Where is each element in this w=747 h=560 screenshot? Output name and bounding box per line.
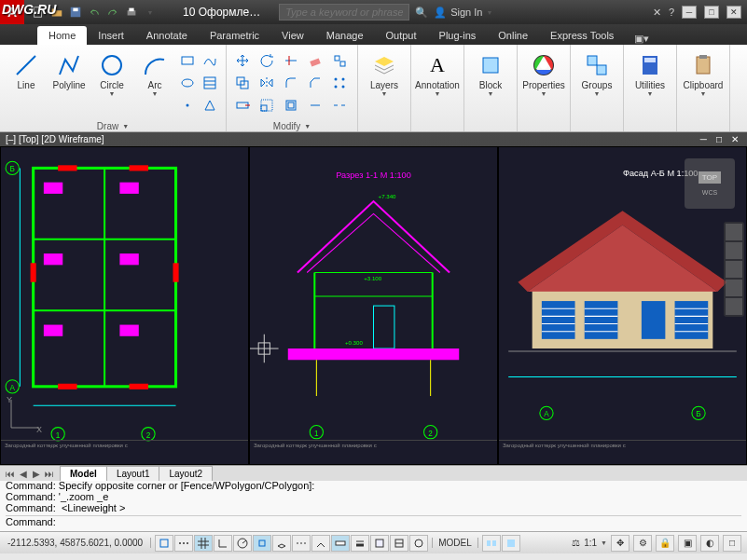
properties-button[interactable]: Properties▼ xyxy=(523,50,564,99)
annovisibility-icon[interactable]: ✥ xyxy=(611,535,629,552)
ribbon-options-icon[interactable]: ▣▾ xyxy=(634,33,649,45)
pan-icon[interactable] xyxy=(726,242,742,259)
viewport-facade[interactable]: Фасад А-Б М 1:100 А xyxy=(498,146,747,465)
quickview-drawings-icon[interactable] xyxy=(502,535,520,552)
tab-parametric[interactable]: Parametric xyxy=(199,26,270,45)
workspace-icon[interactable]: ⚙ xyxy=(633,535,652,552)
qp-icon[interactable] xyxy=(390,535,408,552)
lwt-icon[interactable] xyxy=(351,535,369,552)
coordinates[interactable]: -2112.5393, 45875.6021, 0.0000 xyxy=(0,538,151,548)
spline-icon[interactable] xyxy=(200,50,220,71)
tab-first-icon[interactable]: ⏮ xyxy=(4,469,17,479)
utilities-button[interactable]: Utilities▼ xyxy=(629,50,671,99)
fillet-icon[interactable] xyxy=(281,73,301,93)
viewport-section[interactable]: Разрез 1-1 M 1:100 1 2 xyxy=(249,146,498,465)
zoom-icon[interactable] xyxy=(726,261,742,278)
panel-modify-title[interactable]: Modify ▼ xyxy=(230,119,353,133)
hatch-icon[interactable] xyxy=(200,73,220,93)
toolbar-lock-icon[interactable]: 🔒 xyxy=(656,535,674,552)
circle-button[interactable]: Circle▼ xyxy=(91,50,132,99)
annoscale-value[interactable]: 1:1 xyxy=(584,538,597,548)
print-icon[interactable] xyxy=(123,4,140,20)
minimize-button[interactable]: ─ xyxy=(682,6,697,19)
copy-icon[interactable] xyxy=(232,73,253,93)
region-icon[interactable] xyxy=(200,95,220,116)
ducs-icon[interactable] xyxy=(311,535,330,552)
view-close-icon[interactable]: ✕ xyxy=(728,134,741,144)
rectangle-icon[interactable] xyxy=(177,50,198,71)
infer-constraints-icon[interactable] xyxy=(155,535,173,552)
redo-icon[interactable] xyxy=(104,4,121,20)
annotation-button[interactable]: AAnnotation▼ xyxy=(417,50,458,99)
tab-insert[interactable]: Insert xyxy=(87,26,135,45)
line-button[interactable]: Line xyxy=(6,50,47,92)
tab-view[interactable]: View xyxy=(270,26,315,45)
annoscale-icon[interactable]: ⚖ xyxy=(572,538,580,548)
polyline-button[interactable]: Polyline xyxy=(48,50,90,92)
chamfer-icon[interactable] xyxy=(305,73,325,93)
viewcube[interactable]: TOP WCS xyxy=(685,158,735,209)
sc-icon[interactable] xyxy=(409,535,428,552)
hardware-accel-icon[interactable]: ▣ xyxy=(678,535,697,552)
tab-online[interactable]: Online xyxy=(487,26,539,45)
otrack-icon[interactable] xyxy=(292,535,311,552)
layers-button[interactable]: Layers▼ xyxy=(364,50,405,99)
stretch-icon[interactable] xyxy=(232,95,253,116)
arc-button[interactable]: Arc▼ xyxy=(134,50,175,99)
3dosnap-icon[interactable] xyxy=(272,535,291,552)
command-input[interactable] xyxy=(56,516,741,527)
canvas[interactable]: Б А 1 2 YX Загородный коттедж улучшенной… xyxy=(0,146,747,465)
close-button[interactable]: ✕ xyxy=(726,6,741,19)
tpy-icon[interactable] xyxy=(370,535,389,552)
fullnav-icon[interactable] xyxy=(726,224,742,240)
clipboard-button[interactable]: Clipboard▼ xyxy=(683,50,724,99)
tab-output[interactable]: Output xyxy=(375,26,428,45)
point-icon[interactable] xyxy=(177,95,198,116)
model-space-button[interactable]: MODEL xyxy=(432,538,478,548)
clean-screen-icon[interactable]: □ xyxy=(723,535,741,552)
signin-button[interactable]: 👤 Sign In ▼ xyxy=(434,7,492,19)
offset-icon[interactable] xyxy=(281,95,301,116)
polar-icon[interactable] xyxy=(233,535,252,552)
block-button[interactable]: Block▼ xyxy=(470,50,511,99)
groups-button[interactable]: Groups▼ xyxy=(576,50,617,99)
tab-prev-icon[interactable]: ◀ xyxy=(17,469,30,479)
maximize-button[interactable]: □ xyxy=(704,6,719,19)
rotate-icon[interactable] xyxy=(256,50,277,71)
array-icon[interactable] xyxy=(329,73,350,93)
layout-tab-model[interactable]: Model xyxy=(60,466,107,481)
search-icon[interactable]: 🔍 xyxy=(415,7,428,19)
undo-icon[interactable] xyxy=(86,4,103,20)
view-maximize-icon[interactable]: □ xyxy=(713,134,725,144)
mirror-icon[interactable] xyxy=(256,73,277,93)
grid-icon[interactable] xyxy=(194,535,213,552)
tab-last-icon[interactable]: ⏭ xyxy=(43,469,56,479)
layout-tab-1[interactable]: Layout1 xyxy=(106,466,160,481)
viewport-plan[interactable]: Б А 1 2 YX Загородный коттедж улучшенной… xyxy=(0,146,249,465)
scale-icon[interactable] xyxy=(256,95,277,116)
dyn-icon[interactable] xyxy=(331,535,350,552)
tab-manage[interactable]: Manage xyxy=(315,26,375,45)
tab-express[interactable]: Express Tools xyxy=(539,26,625,45)
break-icon[interactable] xyxy=(329,95,350,116)
tab-next-icon[interactable]: ▶ xyxy=(30,469,43,479)
help-icon[interactable]: ? xyxy=(669,7,674,18)
tab-annotate[interactable]: Annotate xyxy=(135,26,199,45)
ortho-icon[interactable] xyxy=(214,535,232,552)
panel-draw-title[interactable]: Draw ▼ xyxy=(4,119,222,133)
showmotion-icon[interactable] xyxy=(726,298,742,315)
view-label[interactable]: [–] [Top] [2D Wireframe] xyxy=(6,134,104,144)
lengthen-icon[interactable] xyxy=(305,95,325,116)
isolate-icon[interactable]: ◐ xyxy=(700,535,719,552)
qat-dropdown-icon[interactable]: ▼ xyxy=(142,4,159,20)
exchange-icon[interactable]: ✕ xyxy=(653,7,661,19)
tab-plugins[interactable]: Plug-ins xyxy=(428,26,488,45)
snap-icon[interactable] xyxy=(174,535,193,552)
move-icon[interactable] xyxy=(232,50,253,71)
search-input[interactable] xyxy=(279,4,409,20)
tab-home[interactable]: Home xyxy=(37,26,87,45)
trim-icon[interactable] xyxy=(281,50,301,71)
save-icon[interactable] xyxy=(67,4,84,20)
quickview-layouts-icon[interactable] xyxy=(482,535,501,552)
layout-tab-2[interactable]: Layout2 xyxy=(159,466,213,481)
